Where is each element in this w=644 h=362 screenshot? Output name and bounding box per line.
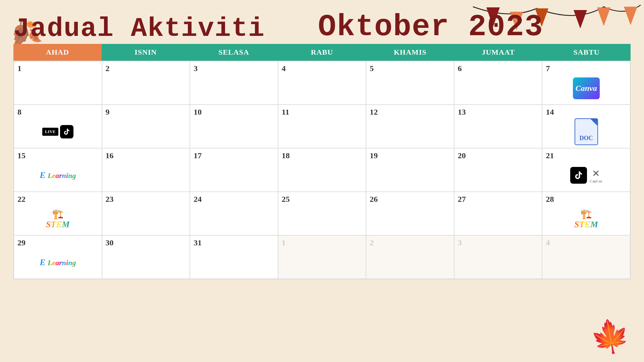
title-jadual-aktiviti: Jadual Aktiviti: [13, 13, 265, 44]
header-selasa: SELASA: [190, 44, 278, 61]
day-number-28: 28: [546, 195, 627, 204]
capcut-label: CapCut: [590, 179, 602, 183]
cell-15: 15 E Learning: [14, 148, 102, 192]
cell-13: 13: [454, 105, 542, 148]
day-number-20: 20: [458, 151, 539, 160]
tiktok-capcut-badge: ✕ CapCut: [570, 167, 602, 184]
doc-content: DOC: [546, 118, 627, 145]
cell-18: 18: [278, 148, 366, 192]
cell-30: 30: [102, 235, 190, 279]
cell-19: 19: [366, 148, 454, 192]
cell-2: 2: [102, 61, 190, 105]
tiktok-capcut-content: ✕ CapCut: [546, 162, 627, 189]
day-number-14: 14: [546, 108, 627, 117]
day-number-25: 25: [282, 195, 363, 204]
day-number-8: 8: [17, 108, 98, 117]
cell-11: 11: [278, 105, 366, 148]
day-number-nov2: 2: [370, 238, 450, 247]
day-number-15: 15: [17, 151, 98, 160]
stem-text: STEM: [46, 220, 70, 230]
cell-14: 14 DOC: [542, 105, 630, 148]
day-number-21: 21: [546, 151, 627, 160]
tiktok-sq-icon: [570, 167, 587, 184]
day-number-11: 11: [282, 108, 363, 117]
day-number-19: 19: [370, 151, 450, 160]
canva-badge: Canva: [573, 77, 600, 99]
day-number-9: 9: [106, 108, 186, 117]
cell-1: 1: [14, 61, 102, 105]
cell-nov-3: 3: [454, 235, 542, 279]
day-number-12: 12: [370, 108, 450, 117]
stem-crane-icon: 🏗️: [52, 208, 64, 220]
day-number-31: 31: [194, 238, 274, 247]
cell-27: 27: [454, 192, 542, 235]
day-number-30: 30: [106, 238, 186, 247]
stem-28-crane-icon: 🏗️: [580, 208, 592, 220]
header-rabu: RABU: [278, 44, 366, 61]
header-sabtu: SABTU: [542, 44, 631, 61]
live-text: LIVE: [42, 128, 58, 136]
cell-22: 22 🏗️ STEM: [14, 192, 102, 235]
cell-28: 28 🏗️ STEM: [542, 192, 630, 235]
canva-content: Canva: [546, 75, 627, 102]
cell-12: 12: [366, 105, 454, 148]
capcut-x-icon: ✕: [592, 168, 600, 179]
cell-nov-1: 1: [278, 235, 366, 279]
cell-29: 29 E Learning: [14, 235, 102, 279]
day-number-nov3: 3: [458, 238, 539, 247]
cell-7: 7 Canva: [542, 61, 630, 105]
header: Jadual Aktiviti Oktober 2023: [0, 0, 644, 44]
cell-17: 17: [190, 148, 278, 192]
calendar-grid: 1 2 3 4 5 6 7 Canva 8: [13, 61, 631, 279]
day-number-7: 7: [546, 64, 627, 73]
day-number-13: 13: [458, 108, 539, 117]
day-number-24: 24: [194, 195, 274, 204]
day-number-1: 1: [17, 64, 98, 73]
day-number-27: 27: [458, 195, 539, 204]
day-number-nov4: 4: [546, 238, 627, 247]
elearning-15-content: E Learning: [17, 162, 98, 189]
header-jumaat: JUMAAT: [454, 44, 542, 61]
day-number-22: 22: [17, 195, 98, 204]
cell-10: 10: [190, 105, 278, 148]
cell-4: 4: [278, 61, 366, 105]
day-number-4: 4: [282, 64, 363, 73]
cell-6: 6: [454, 61, 542, 105]
header-isnin: ISNIN: [102, 44, 190, 61]
calendar: AHAD ISNIN SELASA RABU KHAMIS JUMAAT SAB…: [13, 44, 631, 279]
cell-3: 3: [190, 61, 278, 105]
day-number-16: 16: [106, 151, 186, 160]
header-ahad: AHAD: [13, 44, 102, 61]
cell-nov-4: 4: [542, 235, 630, 279]
title-oktober-2023: Oktober 2023: [318, 10, 543, 44]
cell-9: 9: [102, 105, 190, 148]
day-number-10: 10: [194, 108, 274, 117]
capcut-container: ✕ CapCut: [590, 168, 602, 183]
cell-26: 26: [366, 192, 454, 235]
stem-22-badge: 🏗️ STEM: [46, 208, 70, 230]
tiktok-live-badge: LIVE: [42, 125, 73, 138]
day-number-18: 18: [282, 151, 363, 160]
cell-nov-2: 2: [366, 235, 454, 279]
day-number-3: 3: [194, 64, 274, 73]
cell-21: 21 ✕ CapCut: [542, 148, 630, 192]
day-number-26: 26: [370, 195, 450, 204]
tiktok-icon: [60, 125, 73, 138]
cell-16: 16: [102, 148, 190, 192]
stem-28-content: 🏗️ STEM: [546, 205, 627, 232]
header-khamis: KHAMIS: [366, 44, 454, 61]
cell-5: 5: [366, 61, 454, 105]
day-number-nov1: 1: [282, 238, 363, 247]
cell-25: 25: [278, 192, 366, 235]
cell-8: 8 LIVE: [14, 105, 102, 148]
doc-badge: DOC: [575, 118, 598, 145]
stem-28-badge: 🏗️ STEM: [574, 208, 598, 230]
day-number-5: 5: [370, 64, 450, 73]
tiktok-live-content: LIVE: [17, 118, 98, 145]
cell-31: 31: [190, 235, 278, 279]
cell-20: 20: [454, 148, 542, 192]
elearning-29-content: E Learning: [17, 249, 98, 276]
elearning-15-badge: E Learning: [40, 170, 76, 180]
day-number-29: 29: [17, 238, 98, 247]
stem-22-content: 🏗️ STEM: [17, 205, 98, 232]
